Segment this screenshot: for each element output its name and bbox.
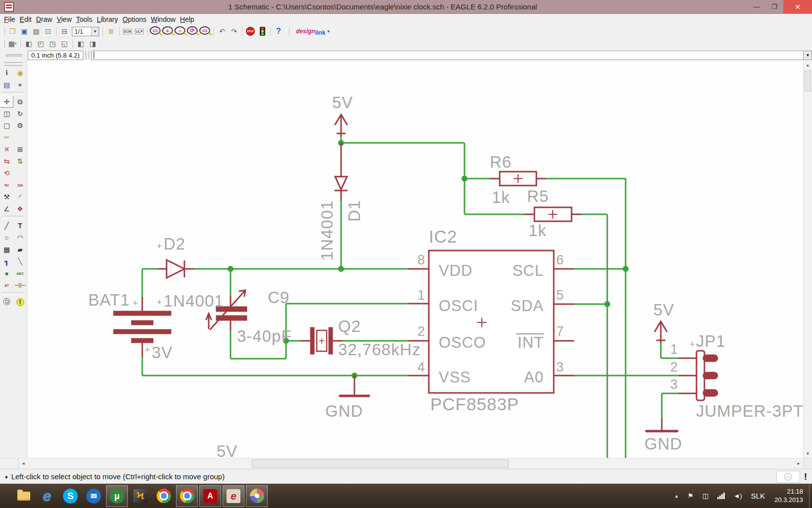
add-tool[interactable]: ⊞ [13,143,27,155]
command-dropdown-icon[interactable]: ▼ [804,51,812,60]
show-desktop-button[interactable] [809,484,812,508]
switch-to-board-icon[interactable]: ⊟ [59,26,70,36]
zoom-in-icon[interactable]: + [162,26,173,35]
traffic-light-icon[interactable] [257,26,268,36]
component-ic2[interactable] [409,251,574,393]
taskbar-thunderbird[interactable]: ✉ [83,485,105,507]
pin-number-5[interactable]: 5 [556,288,564,303]
taskbar-skype[interactable]: S [59,485,81,507]
label-ic2-value[interactable]: PCF8583P [430,394,519,414]
scroll-up-icon[interactable]: ▲ [804,61,812,69]
pin-name-sda[interactable]: SDA [511,297,544,315]
schematic-canvas[interactable]: 5V 1N4001 D1 D2 1N4001 BAT1 3V C9 3-40pF… [27,61,803,458]
value-tool[interactable]: 10k [13,179,27,191]
design-link-logo[interactable]: designlink [296,28,325,35]
move-tool[interactable]: ✛ [0,96,13,108]
label-bat1-value[interactable]: 3V [152,343,173,362]
run-script-icon[interactable]: SCR [122,26,133,36]
pin-name-scl[interactable]: SCL [513,262,544,279]
label-c9-value[interactable]: 3-40pF [237,327,292,345]
language-indicator[interactable]: SLK [751,492,765,500]
jp1-pin-1[interactable]: 1 [670,342,678,357]
supply-5v-jp1[interactable] [655,321,667,342]
taskbar-adobe-reader[interactable]: A [199,485,221,507]
split-layout-1-icon[interactable]: ◧ [23,39,34,49]
label-bat1-name[interactable]: BAT1 [88,291,130,309]
pin-number-1[interactable]: 1 [417,288,425,303]
label-5v-jp1[interactable]: 5V [653,301,674,319]
pin-number-4[interactable]: 4 [417,360,425,375]
label-ic2-name[interactable]: IC2 [429,227,457,246]
show-tool[interactable]: ◉ [13,67,27,79]
scroll-down-icon[interactable]: ▼ [804,449,812,458]
bus-tool[interactable]: ┓ [0,255,13,267]
grid-icon[interactable]: ▦▾ [7,39,18,49]
group-tool[interactable]: ▢ [0,120,13,131]
info-tool[interactable]: i [0,67,13,79]
label-q2-value[interactable]: 32,768kHz [338,340,421,359]
wire-tool[interactable]: ╱ [0,220,13,232]
vertical-scroll-track[interactable] [804,69,812,449]
mirror-tool[interactable]: ◫ [0,108,13,120]
display-layers-tool[interactable]: ▤ [0,79,13,91]
split-layout-2-icon[interactable]: ◰ [35,39,46,49]
split-tool[interactable]: ∠ [0,203,13,215]
label-jp1-value[interactable]: JUMPER-3PT [696,402,803,420]
sheet-dropdown-icon[interactable]: ▼ [91,27,99,36]
split-layout-3-icon[interactable]: ◳ [47,39,58,49]
rect-tool[interactable]: ▩ [0,244,13,255]
pin-number-8[interactable]: 8 [417,253,425,267]
label-c9-name[interactable]: C9 [268,288,290,307]
component-d1[interactable] [335,143,347,200]
component-q2[interactable] [301,328,342,354]
supply-5v-top[interactable] [335,115,347,136]
pin-number-2[interactable]: 2 [417,324,425,339]
alert-icon[interactable]: ! [804,471,807,482]
restore-button[interactable]: ❐ [765,0,783,13]
component-jp1[interactable] [679,351,717,400]
menu-tools[interactable]: Tools [76,14,97,24]
pinswap-tool[interactable]: ⇆ [0,155,13,167]
label-jp1-name[interactable]: JP1 [696,332,726,350]
print-icon[interactable]: ▤ [31,26,42,36]
frame-layout-1-icon[interactable]: ◧ [75,39,86,49]
circle-tool[interactable]: ○ [0,232,13,244]
undo-icon[interactable]: ↶ [217,26,228,36]
redo-icon[interactable]: ↷ [229,26,239,36]
zoom-redraw-icon[interactable]: ⟳ [187,26,198,35]
mark-tool[interactable]: ⌖ [13,79,27,91]
erc-tool[interactable]: Ⓓ [0,296,13,308]
split-layout-4-icon[interactable]: ◱ [59,39,70,49]
net-tool[interactable]: ╲ [13,255,27,267]
horizontal-scroll-thumb[interactable] [252,459,509,468]
label-d1-name[interactable]: D1 [345,200,363,222]
taskbar-paint[interactable] [246,485,268,507]
volume-mixer-icon[interactable]: ◫ [702,492,708,500]
label-5v-top[interactable]: 5V [332,93,353,112]
menu-draw[interactable]: Draw [36,14,57,24]
minimize-button[interactable]: — [748,0,765,13]
jp1-pin-2[interactable]: 2 [670,360,678,375]
horizontal-scroll-track[interactable] [28,458,794,469]
network-icon[interactable] [717,493,725,499]
text-tool[interactable]: T [13,220,27,232]
menu-window[interactable]: Window [151,14,180,24]
frame-layout-2-icon[interactable]: ◨ [87,39,98,49]
dimension-tool[interactable]: ⊣⊢ [13,279,27,291]
zoom-select-icon[interactable]: ▭ [199,26,210,35]
zoom-out-icon[interactable]: − [174,26,185,35]
copy-tool[interactable]: ⧉ [13,96,27,108]
taskbar-clock[interactable]: 21:18 20.3.2013 [774,488,803,504]
label-r5-value[interactable]: 1k [528,221,547,240]
pin-number-3[interactable]: 3 [556,360,564,375]
taskbar-chrome-2[interactable] [176,485,198,507]
run-ulp-icon[interactable]: ULP [134,26,145,36]
pin-number-6[interactable]: 6 [556,253,564,267]
miter-tool[interactable]: ◜ [13,191,27,203]
close-button[interactable]: ✕ [783,0,812,13]
cam-processor-icon[interactable]: ⊡ [43,26,54,36]
pin-name-int[interactable]: INT [518,334,544,351]
pin-name-vdd[interactable]: VDD [439,262,472,279]
hidden-icons-button[interactable]: ▲ [674,494,679,499]
component-r6[interactable] [491,172,545,186]
